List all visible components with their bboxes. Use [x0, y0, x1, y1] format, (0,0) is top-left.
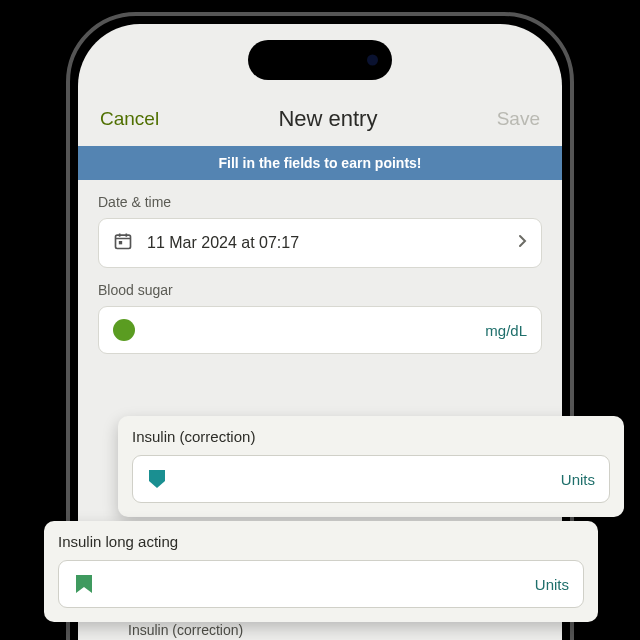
blood-sugar-field[interactable]: mg/dL — [98, 306, 542, 354]
blood-sugar-unit: mg/dL — [485, 322, 527, 339]
points-banner: Fill in the fields to earn points! — [78, 146, 562, 180]
insulin-long-acting-label: Insulin long acting — [58, 533, 584, 550]
overlay-insulin-long-acting: Insulin long acting Units — [44, 521, 598, 622]
cancel-button[interactable]: Cancel — [100, 108, 159, 130]
insulin-long-acting-unit: Units — [535, 576, 569, 593]
section-datetime: Date & time 11 Mar 2024 at 07:17 — [78, 180, 562, 268]
save-button[interactable]: Save — [497, 108, 540, 130]
insulin-correction-field[interactable]: Units — [132, 455, 610, 503]
blood-drop-icon — [113, 319, 135, 341]
calendar-icon — [113, 231, 133, 255]
svg-rect-0 — [116, 235, 131, 248]
datetime-label: Date & time — [98, 194, 542, 210]
dynamic-island — [248, 40, 392, 80]
datetime-value: 11 Mar 2024 at 07:17 — [147, 234, 504, 252]
insulin-long-acting-field[interactable]: Units — [58, 560, 584, 608]
navbar: Cancel New entry Save — [78, 96, 562, 146]
chevron-right-icon — [518, 234, 527, 252]
overlay-insulin-correction: Insulin (correction) Units — [118, 416, 624, 517]
insulin-correction-unit: Units — [561, 471, 595, 488]
insulin-correction-label: Insulin (correction) — [132, 428, 610, 445]
datetime-field[interactable]: 11 Mar 2024 at 07:17 — [98, 218, 542, 268]
peek-insulin-correction-label: Insulin (correction) — [128, 622, 243, 638]
svg-rect-4 — [119, 241, 122, 244]
section-blood-sugar: Blood sugar mg/dL — [78, 268, 562, 354]
page-title: New entry — [278, 106, 377, 132]
shield-icon — [147, 468, 167, 490]
blood-sugar-label: Blood sugar — [98, 282, 542, 298]
bookmark-icon — [73, 573, 95, 595]
